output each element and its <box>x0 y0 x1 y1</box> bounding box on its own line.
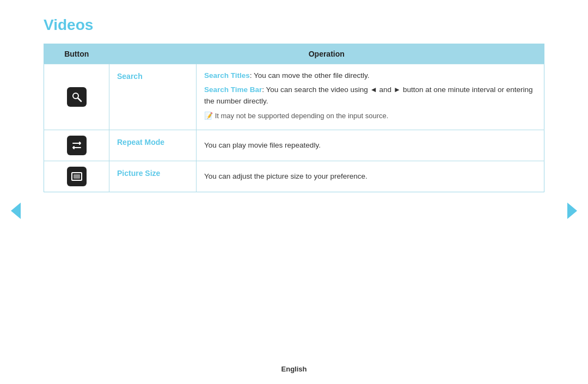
search-note-line: 📝 It may not be supported depending on t… <box>204 111 536 122</box>
label-cell-search: Search <box>109 64 197 130</box>
main-table: Button Operation Search <box>44 44 544 192</box>
label-cell-repeat: Repeat Mode <box>109 130 197 161</box>
svg-rect-3 <box>74 174 80 179</box>
search-titles-rest: : You can move the other file directly. <box>250 71 370 80</box>
page-title: Videos <box>44 16 544 34</box>
repeat-text: You can play movie files repeatedly. <box>204 141 321 149</box>
label-cell-picture: Picture Size <box>109 161 197 192</box>
search-operation-content: Search Titles: You can move the other fi… <box>204 70 536 122</box>
note-icon: 📝 <box>204 112 213 120</box>
page-container: Videos Button Operation <box>0 0 588 214</box>
header-operation: Operation <box>109 44 544 64</box>
table-row: Search Search Titles: You can move the o… <box>44 64 544 130</box>
content-cell-repeat: You can play movie files repeatedly. <box>197 130 544 161</box>
repeat-label: Repeat Mode <box>117 138 164 147</box>
search-timebar-link: Search Time Bar <box>204 86 262 94</box>
table-row: Repeat Mode You can play movie files rep… <box>44 130 544 161</box>
search-titles-link: Search Titles <box>204 71 250 80</box>
search-titles-line: Search Titles: You can move the other fi… <box>204 70 536 82</box>
repeat-icon <box>67 136 87 155</box>
svg-marker-5 <box>567 203 577 219</box>
picture-size-icon <box>67 167 87 186</box>
search-note-text: It may not be supported depending on the… <box>215 112 389 120</box>
search-timebar-line: Search Time Bar: You can search the vide… <box>204 84 536 107</box>
footer-language: English <box>281 365 307 373</box>
button-cell-search <box>44 64 109 130</box>
table-row: Picture Size You can adjust the picture … <box>44 161 544 192</box>
search-icon <box>67 87 87 107</box>
header-button: Button <box>44 44 109 64</box>
content-cell-picture: You can adjust the picture size to your … <box>197 161 544 192</box>
content-cell-search: Search Titles: You can move the other fi… <box>197 64 544 130</box>
picture-label: Picture Size <box>117 169 160 178</box>
nav-arrow-left[interactable] <box>10 202 22 224</box>
svg-line-1 <box>78 98 81 101</box>
svg-marker-4 <box>11 203 21 219</box>
button-cell-repeat <box>44 130 109 161</box>
nav-arrow-right[interactable] <box>566 202 578 224</box>
search-label: Search <box>117 72 143 81</box>
picture-text: You can adjust the picture size to your … <box>204 172 367 180</box>
button-cell-picture <box>44 161 109 192</box>
